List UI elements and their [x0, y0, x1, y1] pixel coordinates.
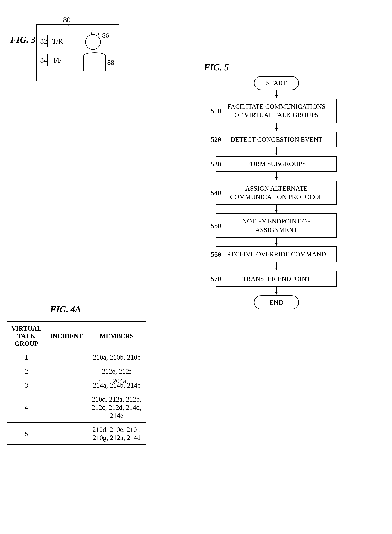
label-204a: 204a: [113, 377, 126, 385]
fc-rect-550: NOTIFY ENDPOINT OFASSIGNMENT: [216, 213, 337, 238]
cell-vtg-4: 4: [7, 392, 46, 422]
fc-start: START: [207, 76, 345, 90]
header-vtg: VIRTUALTALKGROUP: [7, 322, 46, 350]
svg-marker-15: [275, 153, 278, 155]
svg-marker-23: [275, 210, 278, 213]
fc-arrow-7: [207, 287, 345, 295]
svg-marker-25: [218, 225, 219, 227]
arrow-86-line: [98, 32, 104, 36]
cylinder-storage: [84, 52, 106, 71]
fc-rect-560: RECEIVE OVERRIDE COMMAND: [216, 246, 337, 262]
fc-arrow-0: [207, 90, 345, 99]
fc-end: END: [207, 295, 345, 309]
table-row: 1 210a, 210b, 210c: [7, 350, 146, 364]
if-box: I/F: [47, 54, 68, 66]
fc-step-560: 560 RECEIVE OVERRIDE COMMAND: [207, 246, 345, 262]
fig3-device: 80 82 T/R 84 I/F 86 88: [29, 14, 130, 86]
svg-marker-17: [218, 163, 219, 165]
cell-inc-2: [46, 364, 87, 378]
fc-arrow-4: [207, 205, 345, 213]
svg-marker-37: [99, 380, 100, 382]
fc-step-520: 520 DETECT CONGESTION EVENT: [207, 132, 345, 147]
svg-marker-3: [98, 33, 99, 35]
svg-marker-7: [275, 95, 278, 98]
table-header-row: VIRTUALTALKGROUP INCIDENT MEMBERS: [7, 322, 146, 350]
fc-rect-530: FORM SUBGROUPS: [216, 156, 337, 172]
cell-vtg-2: 2: [7, 364, 46, 378]
fig5-label: FIG. 5: [204, 62, 229, 72]
svg-marker-11: [275, 128, 278, 131]
svg-marker-29: [218, 253, 219, 255]
circle-speaker: [85, 34, 101, 50]
svg-marker-13: [218, 139, 219, 140]
fc-step-540: 540 ASSIGN ALTERNATECOMMUNICATION PROTOC…: [207, 181, 345, 205]
fc-step-510: 510 FACILITATE COMMUNICATIONSOF VIRTUAL …: [207, 99, 345, 123]
svg-marker-31: [275, 267, 278, 270]
cell-inc-1: [46, 350, 87, 364]
arrow-204a-svg: [99, 378, 113, 384]
svg-marker-27: [275, 243, 278, 246]
cell-vtg-5: 5: [7, 422, 46, 445]
fc-rect-540: ASSIGN ALTERNATECOMMUNICATION PROTOCOL: [216, 181, 337, 205]
svg-marker-19: [275, 177, 278, 180]
header-members: MEMBERS: [87, 322, 146, 350]
fc-step-550: 550 NOTIFY ENDPOINT OFASSIGNMENT: [207, 213, 345, 238]
cell-mem-4: 210d, 212a, 212b,212c, 212d, 214d, 214e: [87, 392, 146, 422]
svg-marker-35: [275, 292, 278, 295]
fc-end-text: END: [254, 295, 299, 309]
cell-vtg-3: 3: [7, 378, 46, 392]
table-row: 2 212e, 212f: [7, 364, 146, 378]
fc-start-text: START: [254, 76, 299, 90]
cell-inc-5: [46, 422, 87, 445]
fc-rect-520: DETECT CONGESTION EVENT: [216, 132, 337, 147]
fig4a-label: FIG. 4A: [50, 304, 81, 314]
table-row: 4 210d, 212a, 212b,212c, 212d, 214d, 214…: [7, 392, 146, 422]
cell-vtg-1: 1: [7, 350, 46, 364]
fc-step-570: 570 TRANSFER ENDPOINT: [207, 271, 345, 287]
fc-arrow-1: [207, 123, 345, 132]
fc-step-530: 530 FORM SUBGROUPS: [207, 156, 345, 172]
flowchart: START 510 FACILITATE COMMUNICATIONSOF VI…: [207, 76, 345, 309]
header-incident: INCIDENT: [46, 322, 87, 350]
svg-marker-21: [218, 192, 219, 194]
arrow-204a-container: 204a: [99, 377, 126, 385]
label-88: 88: [107, 58, 114, 66]
fc-rect-510: FACILITATE COMMUNICATIONSOF VIRTUAL TALK…: [216, 99, 337, 123]
fc-rect-570: TRANSFER ENDPOINT: [216, 271, 337, 287]
svg-marker-9: [218, 110, 219, 112]
svg-marker-33: [218, 278, 219, 280]
tr-box: T/R: [47, 35, 68, 47]
fc-arrow-2: [207, 147, 345, 156]
cell-mem-5: 210d, 210e, 210f,210g, 212a, 214d: [87, 422, 146, 445]
cell-inc-3: [46, 378, 87, 392]
label-82: 82: [40, 37, 47, 45]
cell-mem-1: 210a, 210b, 210c: [87, 350, 146, 364]
label-84: 84: [40, 56, 47, 64]
fc-arrow-6: [207, 262, 345, 271]
fc-arrow-5: [207, 238, 345, 246]
cell-inc-4: [46, 392, 87, 422]
cell-mem-2: 212e, 212f: [87, 364, 146, 378]
device-box: 82 T/R 84 I/F 86 88: [36, 24, 119, 81]
table-row: 5 210d, 210e, 210f,210g, 212a, 214d: [7, 422, 146, 445]
fc-arrow-3: [207, 172, 345, 181]
